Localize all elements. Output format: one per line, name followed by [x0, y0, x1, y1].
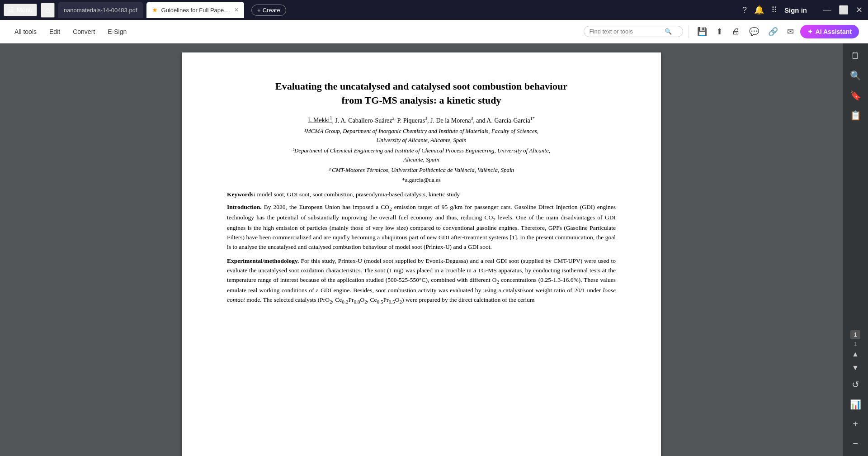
create-label: Create: [263, 7, 280, 14]
title-bar: ☰ Menu ⌂ nanomaterials-14-00483.pdf ★ Gu…: [0, 0, 868, 20]
title-right: ? 🔔 ⠿ Sign in — ⬜ ✕: [742, 4, 864, 16]
intro-label: Introduction.: [227, 204, 262, 210]
ai-label: AI Assistant: [816, 28, 852, 35]
annotate-button[interactable]: 💬: [746, 25, 762, 38]
share-button[interactable]: ✉: [784, 25, 797, 38]
affil3-text: ³ CMT-Motores Térmicos, Universitat Poli…: [329, 166, 514, 173]
ai-assistant-button[interactable]: ✦ AI Assistant: [800, 25, 859, 38]
home-icon: ⌂: [45, 5, 50, 14]
tab-label: Guidelines for Full Pape...: [161, 7, 229, 14]
search-input[interactable]: [590, 28, 662, 35]
comments-panel-icon[interactable]: 🗒: [846, 47, 864, 65]
keywords: Keywords: model soot, GDI soot, soot com…: [227, 191, 616, 198]
ai-icon: ✦: [807, 28, 813, 35]
pdf-area[interactable]: Evaluating the uncatalysed and catalysed…: [0, 43, 843, 456]
tab-guidelines[interactable]: ★ Guidelines for Full Pape... ✕: [146, 2, 245, 18]
page-number-badge: 1: [850, 330, 861, 339]
create-button[interactable]: + Create: [251, 5, 286, 16]
affil2b-text: Alicante, Spain: [403, 156, 439, 163]
first-author: I. Mekki1: [308, 117, 332, 124]
convert-button[interactable]: Convert: [67, 25, 100, 38]
keywords-label: Keywords:: [227, 191, 255, 198]
toolbar-right: 🔍 💾 ⬆ 🖨 💬 🔗 ✉ ✦ AI Assistant: [584, 25, 859, 38]
tab-label: nanomaterials-14-00483.pdf: [64, 7, 137, 14]
analytics-icon[interactable]: 📊: [846, 395, 864, 413]
bookmarks-panel-icon[interactable]: 🔖: [846, 86, 864, 104]
affil1-text: ¹MCMA Group, Department of Inorganic Che…: [304, 128, 538, 134]
zoom-in-icon[interactable]: +: [846, 415, 864, 433]
scroll-up-button[interactable]: ▲: [846, 348, 864, 360]
close-tab-icon[interactable]: ✕: [234, 7, 239, 13]
affil3: ³ CMT-Motores Térmicos, Universitat Poli…: [227, 166, 616, 175]
search-box[interactable]: 🔍: [584, 26, 683, 37]
email: *a.garcia@ua.es: [227, 176, 616, 184]
close-button[interactable]: ✕: [854, 4, 864, 16]
pages-panel-icon[interactable]: 📋: [846, 106, 864, 124]
affil1b-text: University of Alicante, Alicante, Spain: [376, 137, 467, 143]
window-controls: — ⬜ ✕: [821, 4, 864, 16]
pdf-page: Evaluating the uncatalysed and catalysed…: [182, 52, 661, 456]
save-button[interactable]: 💾: [694, 25, 710, 38]
zoom-out-icon[interactable]: −: [846, 435, 864, 452]
authors: I. Mekki1, J. A. Caballero-Suárez2, P. P…: [227, 116, 616, 124]
introduction: Introduction. By 2020, the European Unio…: [227, 203, 616, 252]
experimental: Experimental/methodology. For this study…: [227, 256, 616, 306]
toolbar: All tools Edit Convert E-Sign 🔍 💾 ⬆ 🖨 💬 …: [0, 20, 868, 43]
affil1: ¹MCMA Group, Department of Inorganic Che…: [227, 127, 616, 144]
help-icon[interactable]: ?: [742, 5, 747, 15]
hamburger-icon: ☰: [8, 6, 14, 14]
bell-icon[interactable]: 🔔: [754, 5, 764, 15]
main-layout: Evaluating the uncatalysed and catalysed…: [0, 43, 868, 456]
search-panel-icon[interactable]: 🔍: [846, 66, 864, 85]
upload-button[interactable]: ⬆: [713, 25, 726, 38]
toolbar-divider: [689, 25, 689, 38]
menu-button[interactable]: ☰ Menu: [4, 4, 37, 16]
affil2-text: ²Department of Chemical Engineering and …: [292, 147, 550, 154]
plus-icon: +: [257, 7, 261, 14]
intro-text: By 2020, the European Union has imposed …: [227, 204, 616, 250]
all-tools-button[interactable]: All tools: [9, 25, 42, 38]
refresh-icon[interactable]: ↺: [846, 375, 864, 394]
print-button[interactable]: 🖨: [729, 25, 743, 38]
edit-button[interactable]: Edit: [44, 25, 66, 38]
link-button[interactable]: 🔗: [765, 25, 781, 38]
maximize-button[interactable]: ⬜: [837, 4, 850, 16]
right-sidebar: 🗒 🔍 🔖 📋 1 1 ▲ ▼ ↺ 📊 + −: [843, 43, 868, 456]
exp-label: Experimental/methodology.: [227, 257, 299, 264]
esign-button[interactable]: E-Sign: [102, 25, 132, 38]
keywords-text: model soot, GDI soot, soot combustion, p…: [255, 191, 460, 198]
page-total: 1: [854, 341, 857, 347]
tab-nanomaterials[interactable]: nanomaterials-14-00483.pdf: [58, 2, 143, 18]
title-line1: Evaluating the uncatalysed and catalysed…: [275, 81, 567, 92]
home-button[interactable]: ⌂: [41, 3, 55, 18]
minimize-button[interactable]: —: [821, 4, 833, 16]
apps-icon[interactable]: ⠿: [771, 5, 777, 15]
scroll-down-button[interactable]: ▼: [846, 362, 864, 374]
sign-in-button[interactable]: Sign in: [784, 6, 807, 14]
search-icon: 🔍: [665, 28, 672, 35]
star-icon: ★: [152, 6, 158, 14]
title-line2: from TG-MS analysis: a kinetic study: [341, 95, 501, 106]
menu-label: Menu: [17, 6, 33, 14]
email-text: *a.garcia@ua.es: [402, 176, 441, 183]
paper-title: Evaluating the uncatalysed and catalysed…: [227, 80, 616, 108]
affil2: ²Department of Chemical Engineering and …: [227, 146, 616, 164]
